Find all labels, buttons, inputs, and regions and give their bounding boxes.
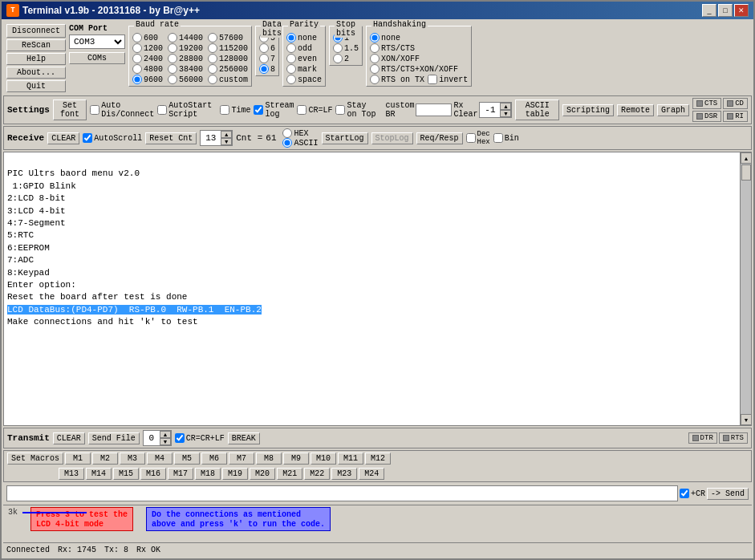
transmit-spinner-input[interactable] (144, 432, 160, 444)
transmit-clear-button[interactable]: CLEAR (53, 432, 85, 444)
macro-m24[interactable]: M24 (359, 468, 384, 480)
macro-m10[interactable]: M10 (311, 452, 336, 465)
ri-indicator: RI (723, 111, 748, 122)
ascii-table-button[interactable]: ASCII table (515, 99, 559, 120)
about-button[interactable]: About... (6, 67, 66, 79)
scripting-button[interactable]: Scripting (562, 104, 614, 116)
macro-m14[interactable]: M14 (86, 468, 112, 480)
macro-m9[interactable]: M9 (283, 452, 309, 465)
transmit-spinner-down[interactable]: ▼ (160, 438, 171, 445)
com-port-label: COM Port (69, 24, 125, 33)
reset-cnt-button[interactable]: Reset Cnt (145, 132, 197, 144)
macro-m8[interactable]: M8 (256, 452, 282, 465)
break-button[interactable]: BREAK (228, 432, 260, 444)
highlight-line: LCD DataBus:(PD4-PD7) RS-PB.0 RW-PB.1 EN… (7, 305, 262, 314)
cts-light (696, 100, 703, 107)
quit-button[interactable]: Quit (6, 80, 66, 92)
baud-rate-group: Baud rate 600 1200 2400 4800 9600 14400 … (128, 26, 252, 87)
scroll-thumb[interactable] (741, 164, 751, 181)
top-toolbar: Disconnect ReScan Help About... Quit COM… (3, 21, 752, 94)
macro-m6[interactable]: M6 (201, 452, 227, 465)
remote-button[interactable]: Remote (617, 104, 654, 116)
hex-ascii-group: HEX ASCII (282, 128, 318, 148)
com-port-group: COM Port COM3 COMs (69, 24, 125, 64)
stop-log-button[interactable]: StopLog (371, 132, 413, 144)
macro-m15[interactable]: M15 (113, 468, 139, 480)
handshaking-options: none RTS/CTS XON/XOFF RTS/CTS+XON/XOFF R… (370, 33, 468, 84)
rx-clear-up[interactable]: ▲ (500, 103, 511, 110)
macro-m18[interactable]: M18 (195, 468, 221, 480)
annotation-content: 3k Press 3 to test theLCD 4-bit mode Do … (3, 505, 752, 533)
dsr-indicator: DSR (692, 111, 721, 122)
disconnect-button[interactable]: Disconnect (6, 24, 66, 38)
macro-m5[interactable]: M5 (174, 452, 200, 465)
minimize-button[interactable]: _ (702, 4, 716, 17)
send-button[interactable]: -> Send (707, 488, 749, 500)
macro-m20[interactable]: M20 (250, 468, 275, 480)
title-bar-left: T Terminal v1.9b - 20131168 - by Br@y++ (6, 4, 200, 17)
macro-m2[interactable]: M2 (92, 452, 118, 465)
ind-row-1: CTS CD (692, 98, 748, 109)
data-bits-label: Data bits (261, 20, 283, 38)
macros-section: Set Macros M1 M2 M3 M4 M5 M6 M7 M8 M9 M1… (3, 450, 752, 482)
receive-clear-button[interactable]: CLEAR (47, 132, 79, 144)
ri-light (727, 113, 733, 120)
send-file-button[interactable]: Send File (88, 432, 140, 444)
cts-indicator: CTS (692, 98, 721, 109)
rx-clear-spinner: ▲ ▼ (479, 102, 512, 118)
set-font-button[interactable]: Set font (53, 99, 87, 120)
data-bits-group: Data bits 5 6 7 8 (255, 26, 279, 76)
scroll-up-button[interactable]: ▲ (741, 152, 752, 164)
line-last: Make connections and hit 'k' to test (7, 317, 198, 327)
help-button[interactable]: Help (6, 53, 66, 65)
macro-m21[interactable]: M21 (277, 468, 302, 480)
annotation-left: 3k (8, 507, 18, 517)
macro-m3[interactable]: M3 (120, 452, 145, 465)
macro-m16[interactable]: M16 (140, 468, 166, 480)
scroll-down-button[interactable]: ▼ (741, 414, 752, 425)
receive-spinner-input[interactable] (201, 132, 221, 144)
bin-check: Bin (493, 133, 519, 143)
macro-m13[interactable]: M13 (59, 468, 84, 480)
auto-start-script-check: AutoStart Script (157, 101, 217, 119)
transmit-spinner-btns: ▲ ▼ (160, 431, 171, 445)
req-resp-button[interactable]: Req/Resp (416, 132, 463, 144)
macro-m22[interactable]: M22 (304, 468, 330, 480)
set-macros-button[interactable]: Set Macros (7, 452, 63, 465)
close-button[interactable]: ✕ (734, 4, 749, 17)
receive-spinner-up[interactable]: ▲ (221, 131, 232, 138)
com-port-select[interactable]: COM3 (69, 34, 125, 49)
macro-m11[interactable]: M11 (338, 452, 363, 465)
rx-clear-spinner-btns: ▲ ▼ (500, 103, 511, 117)
macro-m17[interactable]: M17 (168, 468, 193, 480)
rx-clear-down[interactable]: ▼ (500, 110, 511, 117)
macro-m7[interactable]: M7 (229, 452, 254, 465)
macro-m1[interactable]: M1 (65, 452, 91, 465)
cnt-label: Cnt = (236, 133, 262, 143)
receive-spinner-down[interactable]: ▼ (221, 138, 232, 145)
transmit-spinner-up[interactable]: ▲ (160, 431, 171, 438)
receive-content-area: PIC Ultrs baord menu v2.0 1:GPIO Blink 2… (3, 152, 752, 426)
graph-button[interactable]: Graph (657, 104, 689, 116)
dec-check: Dec Hex (466, 130, 490, 146)
start-log-button[interactable]: StartLog (322, 132, 368, 144)
autoscroll-check: AutoScroll (83, 133, 142, 143)
macro-m19[interactable]: M19 (222, 468, 248, 480)
macro-m12[interactable]: M12 (365, 452, 391, 465)
macro-m4[interactable]: M4 (147, 452, 173, 465)
rescan-button[interactable]: ReScan (6, 39, 66, 51)
rx-clear-input[interactable] (480, 104, 500, 116)
macro-m23[interactable]: M23 (331, 468, 357, 480)
coms-button[interactable]: COMs (69, 52, 125, 64)
receive-text[interactable]: PIC Ultrs baord menu v2.0 1:GPIO Blink 2… (4, 152, 740, 425)
status-rx: Rx: 1745 (58, 546, 96, 554)
receive-section: Receive CLEAR AutoScroll Reset Cnt ▲ ▼ C… (3, 126, 752, 150)
main-input[interactable] (6, 485, 678, 501)
stay-on-top-check: Stay on Top (335, 101, 379, 119)
custom-br-input[interactable]: 9600 (416, 103, 452, 116)
parity-options: none odd even mark space (286, 33, 322, 84)
cnt-value: 61 (266, 133, 276, 143)
maximize-button[interactable]: □ (718, 4, 733, 17)
time-check: Time (220, 105, 250, 115)
receive-toolbar: Receive CLEAR AutoScroll Reset Cnt ▲ ▼ C… (4, 127, 751, 149)
